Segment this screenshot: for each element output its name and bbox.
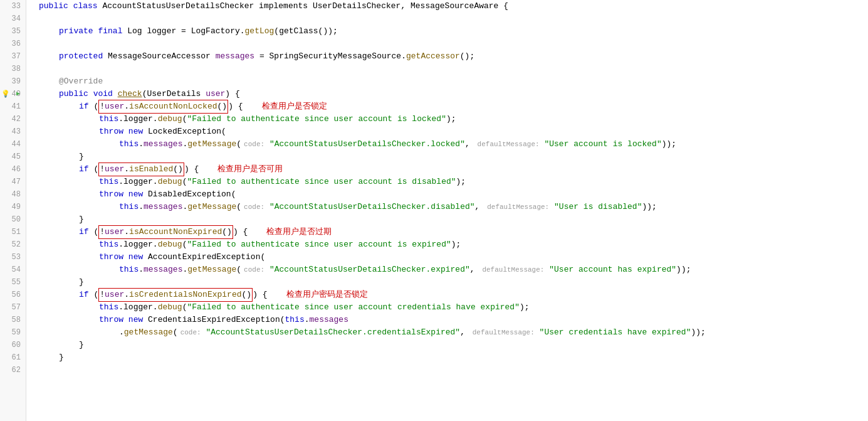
exc-disabled: DisabledException [148, 188, 231, 201]
dot49b: . [182, 201, 187, 213]
line-55: } [39, 276, 855, 289]
kw-implements: implements [259, 0, 308, 13]
line-38 [39, 63, 855, 75]
parens3: () [460, 50, 470, 63]
str-credentials: "Failed to authenticate since user accou… [187, 301, 520, 314]
brace45: } [79, 151, 84, 163]
line-33: public class AccountStatusUserDetailsChe… [39, 0, 855, 13]
comma59: , [460, 326, 465, 339]
line-58: throw new CredentialsExpiredException(th… [39, 314, 855, 326]
dot42: . [118, 113, 123, 125]
dot57: . [118, 301, 123, 314]
str-default-locked: "User account is locked" [544, 138, 661, 151]
paren41c: ) [228, 100, 233, 113]
line-52: this.logger.debug("Failed to authenticat… [39, 238, 855, 251]
dot42b: . [153, 113, 158, 125]
ln-51: 51 [0, 226, 26, 238]
ln-59: 59 [0, 326, 26, 339]
brace51b: ) [233, 226, 238, 238]
label-code4: code: [180, 326, 201, 339]
kw-private: private [59, 25, 93, 38]
paren42: ( [182, 113, 187, 125]
field-logger3: logger [123, 238, 153, 251]
kw-public: public [39, 0, 68, 13]
line-61: } [39, 351, 855, 364]
spring-sec: SpringSecurityMessageSource [269, 50, 402, 63]
ln-37: 37 [0, 50, 26, 63]
kw-this4: this [119, 201, 139, 213]
type-log: Log [127, 25, 142, 38]
paren51: ( [93, 226, 98, 238]
str-disabled: "Failed to authenticate since user accou… [187, 176, 456, 188]
method-getlog: getLog [245, 25, 275, 38]
paren59: ( [173, 326, 178, 339]
kw-throw2: throw [99, 188, 123, 201]
line-56: if (!user.isCredentialsNonExpired()) { 检… [39, 289, 855, 301]
parens59c: )); [691, 326, 705, 339]
brace41: { [238, 100, 243, 113]
ln-33: 33 [0, 0, 26, 13]
label-default1: defaultMessage: [478, 138, 540, 151]
brace56c: { [263, 289, 268, 301]
line-49: this.messages.getMessage( code: "Account… [39, 201, 855, 213]
annotation-override: @Override [59, 75, 103, 88]
kw-throw4: throw [99, 314, 123, 326]
brace-open: { [235, 88, 240, 100]
brace50: } [79, 213, 84, 226]
label-default3: defaultMessage: [482, 264, 544, 276]
logfactory: LogFactory [191, 25, 240, 38]
semi2: ; [469, 50, 474, 63]
var-logger: logger [147, 25, 176, 38]
kw-final: final [98, 25, 122, 38]
line-44: this.messages.getMessage( code: "Account… [39, 138, 855, 151]
paren43: ( [221, 125, 226, 138]
method-debug1: debug [158, 113, 182, 125]
str-code-locked: "AccountStatusUserDetailsChecker.locked" [269, 138, 465, 151]
iface2: MessageSourceAware [410, 0, 498, 13]
code-area: public class AccountStatusUserDetailsChe… [26, 0, 868, 421]
kw-new4: new [128, 314, 143, 326]
field-messages1: messages [144, 138, 182, 151]
ln-56: 56 [0, 289, 26, 301]
ln-42: 42 [0, 113, 26, 125]
ln-49: 49 [0, 201, 26, 213]
condition-enabled: !user.isEnabled() [98, 163, 184, 176]
dot59chain: . [119, 326, 124, 339]
ln-57: 57 [0, 301, 26, 314]
kw-this5: this [99, 238, 118, 251]
line-62 [39, 364, 855, 376]
parens54c: )); [676, 264, 691, 276]
brace56b: ) [253, 289, 258, 301]
paren53: ( [260, 251, 265, 264]
comment-enabled: 检查用户是否可用 [217, 163, 283, 176]
line-39: @Override [39, 75, 855, 88]
exc-expired: AccountExpiredException [148, 251, 260, 264]
line-57: this.logger.debug("Failed to authenticat… [39, 301, 855, 314]
ln-47: 47 [0, 176, 26, 188]
label-code2: code: [244, 201, 264, 213]
run-icon[interactable]: ▶ [16, 88, 20, 100]
bulb-icon: 💡 [1, 88, 10, 100]
comment-credentials: 检查用户密码是否锁定 [286, 289, 368, 301]
method-getmsg1: getMessage [187, 138, 236, 151]
field-logger2: logger [123, 176, 153, 188]
ln-34: 34 [0, 13, 26, 25]
paren49: ( [236, 201, 241, 213]
method-debug4: debug [158, 301, 182, 314]
comma49: , [475, 201, 480, 213]
ln-50: 50 [0, 213, 26, 226]
label-default4: defaultMessage: [473, 326, 535, 339]
kw-public2: public [59, 88, 88, 100]
kw-new3: new [128, 251, 143, 264]
kw-new1: new [128, 125, 143, 138]
method-getmsg2: getMessage [187, 201, 236, 213]
type-msg-accessor: MessageSourceAccessor [108, 50, 211, 63]
kw-if4: if [79, 289, 89, 301]
ln-48: 48 [0, 188, 26, 201]
line-36 [39, 38, 855, 50]
open-brace: { [503, 0, 508, 13]
field-messages4: messages [310, 314, 348, 326]
paren58: ( [280, 314, 285, 326]
ln-53: 53 [0, 251, 26, 264]
method-getaccessor: getAccessor [406, 50, 460, 63]
